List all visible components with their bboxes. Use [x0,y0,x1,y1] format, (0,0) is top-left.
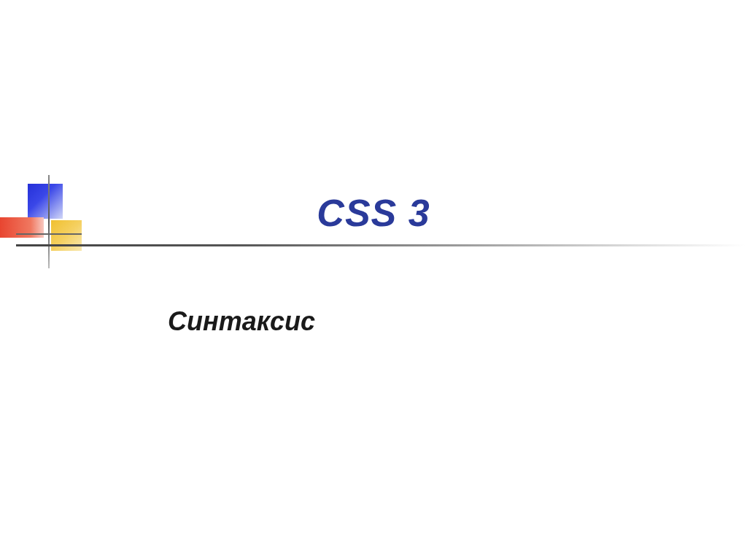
slide-subtitle: Синтаксис [168,306,315,337]
horizontal-divider [16,244,746,246]
slide-title: CSS 3 [0,191,747,235]
